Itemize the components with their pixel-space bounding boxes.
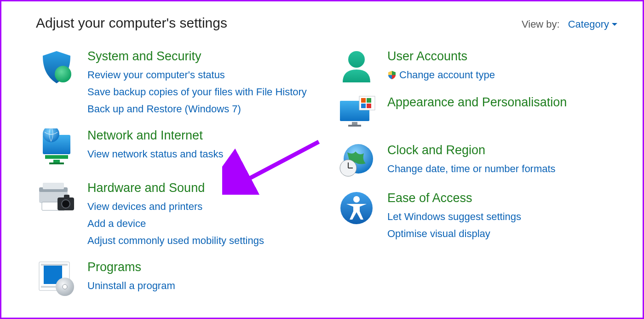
network-internet-heading[interactable]: Network and Internet <box>87 128 317 144</box>
svg-rect-21 <box>352 122 357 125</box>
svg-point-33 <box>353 196 360 203</box>
viewby-value-text: Category <box>568 18 609 30</box>
link-change-account-type-text: Change account type <box>399 67 495 82</box>
clock-region-heading[interactable]: Clock and Region <box>387 142 617 158</box>
link-network-status[interactable]: View network status and tasks <box>87 145 317 162</box>
svg-rect-26 <box>361 104 366 108</box>
link-mobility-settings[interactable]: Adjust commonly used mobility settings <box>87 232 317 249</box>
svg-point-0 <box>55 66 71 82</box>
link-review-status[interactable]: Review your computer's status <box>87 66 317 83</box>
hardware-sound-heading[interactable]: Hardware and Sound <box>87 180 317 196</box>
svg-rect-3 <box>53 160 60 162</box>
svg-rect-8 <box>43 183 64 189</box>
user-icon <box>336 48 377 84</box>
link-add-device[interactable]: Add a device <box>87 215 317 232</box>
viewby-control: View by: Category <box>522 18 617 30</box>
svg-point-19 <box>348 51 365 68</box>
link-optimise-display[interactable]: Optimise visual display <box>387 225 617 242</box>
svg-point-18 <box>63 284 67 289</box>
category-hardware-sound: Hardware and Sound View devices and prin… <box>36 180 317 249</box>
viewby-label: View by: <box>522 18 560 30</box>
programs-heading[interactable]: Programs <box>87 259 317 275</box>
user-accounts-heading[interactable]: User Accounts <box>387 48 617 64</box>
appearance-monitor-icon <box>336 94 377 132</box>
svg-rect-15 <box>41 264 68 266</box>
link-uninstall-program[interactable]: Uninstall a program <box>87 277 317 294</box>
svg-rect-12 <box>64 195 69 198</box>
printer-camera-icon <box>36 180 77 217</box>
category-programs: Programs Uninstall a program <box>36 259 317 297</box>
caret-down-icon <box>612 23 617 26</box>
globe-clock-icon <box>336 142 377 180</box>
page-title: Adjust your computer's settings <box>36 15 227 31</box>
link-change-account-type[interactable]: Change account type <box>387 66 617 83</box>
svg-rect-27 <box>367 104 371 108</box>
category-user-accounts: User Accounts Change account type <box>336 48 617 84</box>
category-network-internet: Network and Internet View network status… <box>36 128 317 170</box>
programs-disc-icon <box>36 259 77 297</box>
accessibility-icon <box>336 190 377 242</box>
system-security-heading[interactable]: System and Security <box>87 48 317 64</box>
uac-shield-icon <box>387 70 397 80</box>
network-globe-icon <box>36 128 77 170</box>
link-devices-printers[interactable]: View devices and printers <box>87 198 317 215</box>
svg-point-11 <box>62 200 70 208</box>
svg-rect-2 <box>45 155 68 159</box>
link-backup-restore[interactable]: Back up and Restore (Windows 7) <box>87 100 317 117</box>
category-system-security: System and Security Review your computer… <box>36 48 317 117</box>
shield-icon <box>36 48 77 86</box>
svg-rect-22 <box>348 125 361 127</box>
svg-rect-24 <box>361 98 366 103</box>
ease-of-access-heading[interactable]: Ease of Access <box>387 190 617 206</box>
link-windows-suggest[interactable]: Let Windows suggest settings <box>387 208 617 225</box>
link-file-history[interactable]: Save backup copies of your files with Fi… <box>87 83 317 100</box>
svg-rect-25 <box>367 98 371 103</box>
svg-rect-4 <box>49 162 64 164</box>
appearance-heading[interactable]: Appearance and Personalisation <box>387 94 617 110</box>
link-change-date-time[interactable]: Change date, time or number formats <box>387 160 617 177</box>
category-clock-region: Clock and Region Change date, time or nu… <box>336 142 617 180</box>
viewby-dropdown[interactable]: Category <box>568 18 617 30</box>
category-appearance: Appearance and Personalisation <box>336 94 617 132</box>
category-ease-of-access: Ease of Access Let Windows suggest setti… <box>336 190 617 242</box>
